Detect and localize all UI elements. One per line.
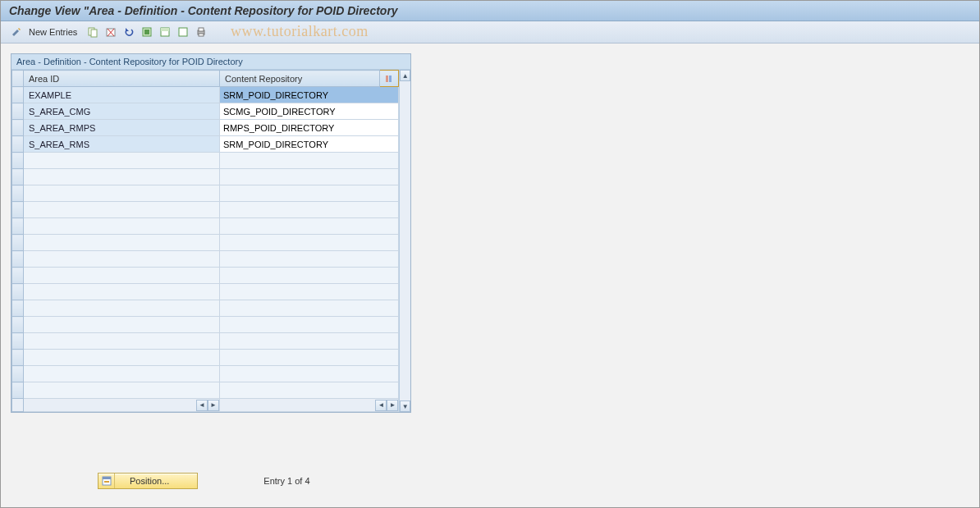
row-selector[interactable] bbox=[12, 103, 24, 120]
row-selector[interactable] bbox=[12, 169, 24, 185]
cell-content-repo[interactable] bbox=[220, 103, 399, 120]
svg-rect-16 bbox=[103, 477, 111, 479]
table-row-empty bbox=[12, 153, 399, 169]
table-row: S_AREA_RMPS bbox=[12, 120, 399, 136]
select-all-icon[interactable] bbox=[140, 25, 154, 39]
svg-rect-17 bbox=[104, 481, 109, 483]
cell-content-repo[interactable] bbox=[220, 268, 399, 284]
row-selector[interactable] bbox=[12, 366, 24, 382]
hscroll-right2-icon[interactable]: ► bbox=[387, 400, 398, 411]
row-selector[interactable] bbox=[12, 235, 24, 251]
row-selector[interactable] bbox=[12, 317, 24, 333]
row-selector[interactable] bbox=[12, 284, 24, 300]
row-selector[interactable] bbox=[12, 268, 24, 284]
cell-content-repo[interactable] bbox=[220, 366, 399, 382]
col-header-content-repo[interactable]: Content Repository bbox=[220, 71, 380, 87]
hscroll-row: ◄ ► ◄ ► bbox=[12, 399, 399, 412]
svg-rect-11 bbox=[199, 28, 204, 31]
cell-content-repo[interactable] bbox=[220, 235, 399, 251]
cell-content-repo[interactable] bbox=[220, 317, 399, 333]
work-area: Area - Definition - Content Repository f… bbox=[1, 43, 979, 423]
content-repo-input[interactable] bbox=[220, 87, 398, 103]
row-selector[interactable] bbox=[12, 153, 24, 169]
cell-content-repo[interactable] bbox=[220, 251, 399, 268]
cell-area-id bbox=[24, 251, 220, 268]
cell-area-id bbox=[24, 350, 220, 366]
scroll-down-icon[interactable]: ▼ bbox=[400, 400, 410, 412]
table-row: EXAMPLE bbox=[12, 87, 399, 103]
cell-content-repo[interactable] bbox=[220, 218, 399, 235]
cell-content-repo[interactable] bbox=[220, 87, 399, 103]
cell-content-repo[interactable] bbox=[220, 120, 399, 136]
svg-rect-6 bbox=[144, 30, 149, 34]
scroll-track[interactable] bbox=[400, 81, 410, 400]
content-repo-input[interactable] bbox=[220, 136, 398, 152]
print-icon[interactable] bbox=[194, 25, 208, 39]
hscroll-left2-icon[interactable]: ◄ bbox=[375, 400, 387, 411]
svg-rect-1 bbox=[91, 30, 97, 37]
row-selector[interactable] bbox=[12, 120, 24, 136]
row-selector[interactable] bbox=[12, 185, 24, 202]
data-grid: Area ID Content Repository EXAMPLES_AREA… bbox=[11, 70, 399, 412]
cell-content-repo[interactable] bbox=[220, 382, 399, 399]
cell-content-repo[interactable] bbox=[220, 169, 399, 185]
delete-icon[interactable] bbox=[103, 25, 118, 39]
cell-content-repo[interactable] bbox=[220, 153, 399, 169]
select-block-icon[interactable] bbox=[158, 25, 172, 39]
table-row-empty bbox=[12, 202, 399, 218]
cell-content-repo[interactable] bbox=[220, 350, 399, 366]
configure-columns-icon[interactable] bbox=[380, 71, 399, 87]
select-all-header[interactable] bbox=[12, 71, 24, 87]
new-entries-button[interactable]: New Entries bbox=[29, 27, 77, 37]
page-title: Change View "Area - Definition - Content… bbox=[9, 4, 971, 17]
table-row-empty bbox=[12, 366, 399, 382]
cell-content-repo[interactable] bbox=[220, 300, 399, 317]
hscroll-right-icon[interactable]: ► bbox=[208, 400, 219, 411]
row-selector[interactable] bbox=[12, 382, 24, 399]
cell-area-id: S_AREA_RMPS bbox=[24, 120, 220, 136]
cell-content-repo[interactable] bbox=[220, 333, 399, 350]
content-repo-input[interactable] bbox=[220, 120, 398, 135]
table-row-empty bbox=[12, 169, 399, 185]
cell-area-id bbox=[24, 366, 220, 382]
table-panel: Area - Definition - Content Repository f… bbox=[11, 53, 411, 413]
undo-icon[interactable] bbox=[121, 25, 136, 39]
cell-area-id bbox=[24, 153, 220, 169]
cell-content-repo[interactable] bbox=[220, 284, 399, 300]
deselect-all-icon[interactable] bbox=[176, 25, 190, 39]
cell-area-id bbox=[24, 382, 220, 399]
cell-area-id: EXAMPLE bbox=[24, 87, 220, 103]
panel-title: Area - Definition - Content Repository f… bbox=[11, 54, 410, 70]
table-row-empty bbox=[12, 284, 399, 300]
content-repo-input[interactable] bbox=[220, 103, 398, 119]
cell-area-id bbox=[24, 317, 220, 333]
row-selector[interactable] bbox=[12, 202, 24, 218]
hscroll-left-icon[interactable]: ◄ bbox=[196, 400, 208, 411]
row-selector[interactable] bbox=[12, 251, 24, 268]
position-button[interactable]: Position... bbox=[98, 473, 198, 489]
row-selector[interactable] bbox=[12, 136, 24, 153]
cell-content-repo[interactable] bbox=[220, 202, 399, 218]
vertical-scrollbar[interactable]: ▲ ▼ bbox=[399, 70, 410, 412]
table-row-empty bbox=[12, 235, 399, 251]
toggle-change-icon[interactable] bbox=[9, 25, 24, 39]
table-row-empty bbox=[12, 333, 399, 350]
cell-area-id bbox=[24, 218, 220, 235]
cell-area-id bbox=[24, 235, 220, 251]
row-selector[interactable] bbox=[12, 333, 24, 350]
cell-content-repo[interactable] bbox=[220, 185, 399, 202]
cell-area-id bbox=[24, 300, 220, 317]
cell-area-id bbox=[24, 333, 220, 350]
cell-area-id bbox=[24, 268, 220, 284]
row-selector[interactable] bbox=[12, 87, 24, 103]
table-row-empty bbox=[12, 300, 399, 317]
svg-rect-8 bbox=[161, 28, 169, 31]
scroll-up-icon[interactable]: ▲ bbox=[400, 70, 410, 81]
footer-bar: Position... Entry 1 of 4 bbox=[1, 473, 979, 489]
row-selector[interactable] bbox=[12, 300, 24, 317]
row-selector[interactable] bbox=[12, 218, 24, 235]
row-selector[interactable] bbox=[12, 350, 24, 366]
col-header-area-id[interactable]: Area ID bbox=[24, 71, 220, 87]
cell-content-repo[interactable] bbox=[220, 136, 399, 153]
copy-icon[interactable] bbox=[85, 25, 100, 39]
